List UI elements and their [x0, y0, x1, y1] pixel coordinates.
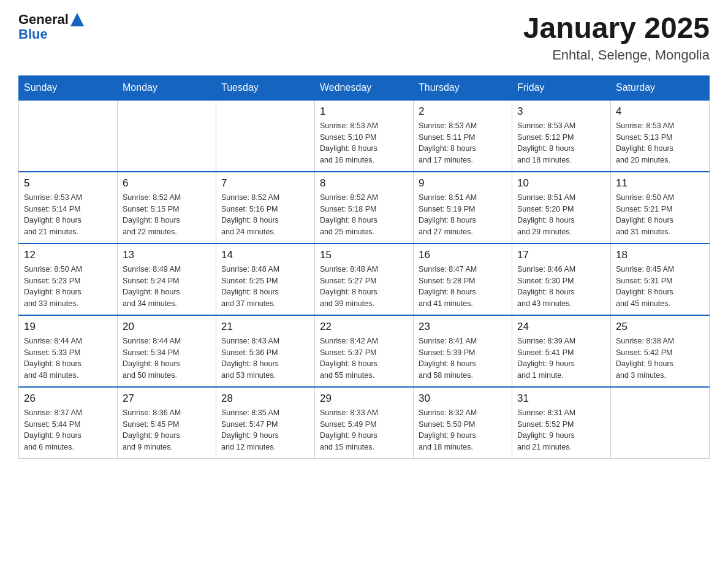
- table-row: 10Sunrise: 8:51 AMSunset: 5:20 PMDayligh…: [512, 172, 611, 243]
- logo-blue-text: Blue: [18, 26, 48, 42]
- day-info: Sunrise: 8:37 AMSunset: 5:44 PMDaylight:…: [24, 407, 112, 453]
- day-number: 26: [24, 393, 112, 405]
- table-row: 20Sunrise: 8:44 AMSunset: 5:34 PMDayligh…: [118, 315, 216, 387]
- day-info: Sunrise: 8:53 AMSunset: 5:11 PMDaylight:…: [419, 120, 507, 166]
- day-number: 11: [616, 177, 704, 190]
- day-info: Sunrise: 8:52 AMSunset: 5:18 PMDaylight:…: [320, 192, 408, 238]
- day-number: 27: [123, 393, 211, 405]
- day-info: Sunrise: 8:33 AMSunset: 5:49 PMDaylight:…: [320, 407, 408, 453]
- table-row: 22Sunrise: 8:42 AMSunset: 5:37 PMDayligh…: [315, 315, 414, 387]
- calendar-week-row: 19Sunrise: 8:44 AMSunset: 5:33 PMDayligh…: [19, 315, 710, 387]
- day-info: Sunrise: 8:38 AMSunset: 5:42 PMDaylight:…: [616, 335, 704, 381]
- col-thursday: Thursday: [414, 75, 512, 100]
- table-row: 26Sunrise: 8:37 AMSunset: 5:44 PMDayligh…: [19, 387, 118, 459]
- logo-icon: [70, 13, 84, 26]
- day-info: Sunrise: 8:53 AMSunset: 5:13 PMDaylight:…: [616, 120, 704, 166]
- calendar-week-row: 12Sunrise: 8:50 AMSunset: 5:23 PMDayligh…: [19, 243, 710, 315]
- day-info: Sunrise: 8:52 AMSunset: 5:15 PMDaylight:…: [123, 192, 211, 238]
- day-number: 4: [616, 105, 704, 118]
- table-row: 5Sunrise: 8:53 AMSunset: 5:14 PMDaylight…: [19, 172, 118, 243]
- col-tuesday: Tuesday: [216, 75, 315, 100]
- day-info: Sunrise: 8:48 AMSunset: 5:25 PMDaylight:…: [221, 264, 309, 310]
- day-info: Sunrise: 8:36 AMSunset: 5:45 PMDaylight:…: [123, 407, 211, 453]
- day-info: Sunrise: 8:47 AMSunset: 5:28 PMDaylight:…: [419, 264, 507, 310]
- table-row: 6Sunrise: 8:52 AMSunset: 5:15 PMDaylight…: [118, 172, 216, 243]
- day-info: Sunrise: 8:42 AMSunset: 5:37 PMDaylight:…: [320, 335, 408, 381]
- day-number: 31: [517, 393, 605, 405]
- day-number: 18: [616, 249, 704, 261]
- day-info: Sunrise: 8:49 AMSunset: 5:24 PMDaylight:…: [123, 264, 211, 310]
- calendar-week-row: 1Sunrise: 8:53 AMSunset: 5:10 PMDaylight…: [19, 100, 710, 172]
- table-row: 8Sunrise: 8:52 AMSunset: 5:18 PMDaylight…: [315, 172, 414, 243]
- day-number: 23: [419, 321, 507, 333]
- table-row: 13Sunrise: 8:49 AMSunset: 5:24 PMDayligh…: [118, 243, 216, 315]
- day-number: 29: [320, 393, 408, 405]
- table-row: 17Sunrise: 8:46 AMSunset: 5:30 PMDayligh…: [512, 243, 611, 315]
- col-monday: Monday: [118, 75, 216, 100]
- table-row: 24Sunrise: 8:39 AMSunset: 5:41 PMDayligh…: [512, 315, 611, 387]
- day-number: 28: [221, 393, 309, 405]
- day-number: 13: [123, 249, 211, 261]
- calendar-table: Sunday Monday Tuesday Wednesday Thursday…: [18, 75, 710, 459]
- table-row: 3Sunrise: 8:53 AMSunset: 5:12 PMDaylight…: [512, 100, 611, 172]
- table-row: 31Sunrise: 8:31 AMSunset: 5:52 PMDayligh…: [512, 387, 611, 459]
- logo-general-text: General: [18, 12, 69, 27]
- day-number: 7: [221, 177, 309, 190]
- day-number: 15: [320, 249, 408, 261]
- table-row: 21Sunrise: 8:43 AMSunset: 5:36 PMDayligh…: [216, 315, 315, 387]
- table-row: [611, 387, 710, 459]
- day-info: Sunrise: 8:50 AMSunset: 5:23 PMDaylight:…: [24, 264, 112, 310]
- day-info: Sunrise: 8:50 AMSunset: 5:21 PMDaylight:…: [616, 192, 704, 238]
- day-number: 14: [221, 249, 309, 261]
- logo: General Blue: [18, 12, 84, 42]
- day-info: Sunrise: 8:48 AMSunset: 5:27 PMDaylight:…: [320, 264, 408, 310]
- table-row: 2Sunrise: 8:53 AMSunset: 5:11 PMDaylight…: [414, 100, 512, 172]
- table-row: [19, 100, 118, 172]
- calendar-subtitle: Enhtal, Selenge, Mongolia: [523, 47, 710, 63]
- table-row: 1Sunrise: 8:53 AMSunset: 5:10 PMDaylight…: [315, 100, 414, 172]
- table-row: 25Sunrise: 8:38 AMSunset: 5:42 PMDayligh…: [611, 315, 710, 387]
- day-number: 6: [123, 177, 211, 190]
- day-number: 10: [517, 177, 605, 190]
- day-info: Sunrise: 8:46 AMSunset: 5:30 PMDaylight:…: [517, 264, 605, 310]
- day-number: 16: [419, 249, 507, 261]
- table-row: 18Sunrise: 8:45 AMSunset: 5:31 PMDayligh…: [611, 243, 710, 315]
- day-info: Sunrise: 8:53 AMSunset: 5:12 PMDaylight:…: [517, 120, 605, 166]
- day-number: 19: [24, 321, 112, 333]
- day-info: Sunrise: 8:44 AMSunset: 5:34 PMDaylight:…: [123, 335, 211, 381]
- calendar-header-row: Sunday Monday Tuesday Wednesday Thursday…: [19, 75, 710, 100]
- table-row: 30Sunrise: 8:32 AMSunset: 5:50 PMDayligh…: [414, 387, 512, 459]
- table-row: 9Sunrise: 8:51 AMSunset: 5:19 PMDaylight…: [414, 172, 512, 243]
- page-header: General Blue January 2025 Enhtal, Seleng…: [18, 12, 710, 63]
- table-row: 15Sunrise: 8:48 AMSunset: 5:27 PMDayligh…: [315, 243, 414, 315]
- table-row: 4Sunrise: 8:53 AMSunset: 5:13 PMDaylight…: [611, 100, 710, 172]
- table-row: 28Sunrise: 8:35 AMSunset: 5:47 PMDayligh…: [216, 387, 315, 459]
- col-friday: Friday: [512, 75, 611, 100]
- col-saturday: Saturday: [611, 75, 710, 100]
- table-row: 14Sunrise: 8:48 AMSunset: 5:25 PMDayligh…: [216, 243, 315, 315]
- col-wednesday: Wednesday: [315, 75, 414, 100]
- calendar-week-row: 26Sunrise: 8:37 AMSunset: 5:44 PMDayligh…: [19, 387, 710, 459]
- day-number: 3: [517, 105, 605, 118]
- day-info: Sunrise: 8:45 AMSunset: 5:31 PMDaylight:…: [616, 264, 704, 310]
- day-number: 21: [221, 321, 309, 333]
- day-number: 25: [616, 321, 704, 333]
- day-number: 1: [320, 105, 408, 118]
- title-section: January 2025 Enhtal, Selenge, Mongolia: [523, 12, 710, 63]
- table-row: 23Sunrise: 8:41 AMSunset: 5:39 PMDayligh…: [414, 315, 512, 387]
- day-number: 5: [24, 177, 112, 190]
- table-row: [118, 100, 216, 172]
- calendar-title: January 2025: [523, 12, 710, 45]
- day-info: Sunrise: 8:39 AMSunset: 5:41 PMDaylight:…: [517, 335, 605, 381]
- day-info: Sunrise: 8:53 AMSunset: 5:14 PMDaylight:…: [24, 192, 112, 238]
- day-number: 2: [419, 105, 507, 118]
- day-number: 22: [320, 321, 408, 333]
- table-row: [216, 100, 315, 172]
- day-info: Sunrise: 8:51 AMSunset: 5:20 PMDaylight:…: [517, 192, 605, 238]
- day-number: 8: [320, 177, 408, 190]
- day-info: Sunrise: 8:51 AMSunset: 5:19 PMDaylight:…: [419, 192, 507, 238]
- day-info: Sunrise: 8:43 AMSunset: 5:36 PMDaylight:…: [221, 335, 309, 381]
- day-number: 24: [517, 321, 605, 333]
- table-row: 16Sunrise: 8:47 AMSunset: 5:28 PMDayligh…: [414, 243, 512, 315]
- day-number: 12: [24, 249, 112, 261]
